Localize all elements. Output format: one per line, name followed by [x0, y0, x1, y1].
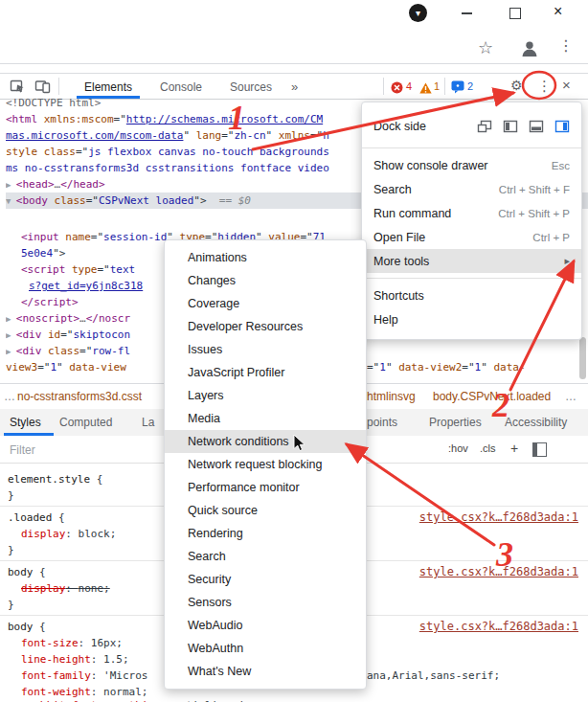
menu-item-shortcut: Ctrl + Shift + P	[498, 208, 570, 219]
submenu-item[interactable]: Quick source	[165, 499, 366, 522]
menu-separator	[362, 278, 581, 279]
submenu-item[interactable]: Developer Resources	[165, 315, 366, 338]
menu-item[interactable]: Search Ctrl + Shift + F	[362, 177, 581, 201]
submenu-arrow-icon: ▸	[564, 255, 570, 267]
stylesheet-link[interactable]: style.csx?k…f268d3ada:1	[419, 510, 578, 526]
menu-item-label: Show console drawer	[373, 159, 488, 172]
stylesheet-link[interactable]: style.csx?k…f268d3ada:1	[419, 564, 578, 580]
menu-item[interactable]: Show console drawer Esc	[362, 153, 581, 177]
undock-icon[interactable]	[477, 120, 492, 133]
menu-item-shortcut: Esc	[552, 160, 570, 171]
submenu-item[interactable]: Rendering	[165, 522, 366, 545]
menu-item-label: Open File	[373, 231, 425, 244]
menu-shortcut-group: Show console drawer Esc Search Ctrl + Sh…	[362, 153, 581, 249]
dock-icons	[477, 120, 570, 133]
menu-item-dock-side[interactable]: Dock side	[362, 110, 581, 143]
menu-item-label: Dock side	[373, 120, 426, 133]
submenu-item[interactable]: Changes	[165, 269, 366, 292]
menu-item-shortcut: Ctrl + P	[532, 232, 570, 243]
submenu-item[interactable]: Network request blocking	[165, 453, 366, 476]
submenu-item[interactable]: Layers	[165, 384, 366, 407]
menu-item-label: Run command	[373, 207, 451, 220]
stylesheet-link[interactable]: style.csx?k…f268d3ada:1	[419, 619, 578, 635]
submenu-item[interactable]: Animations	[165, 246, 366, 269]
submenu-item[interactable]: Performance monitor	[165, 476, 366, 499]
menu-item-label: More tools	[373, 255, 429, 268]
menu-item-help[interactable]: Help	[362, 307, 581, 331]
submenu-item[interactable]: JavaScript Profiler	[165, 361, 366, 384]
menu-item-shortcuts[interactable]: Shortcuts	[362, 283, 581, 307]
submenu-item[interactable]: What's New	[165, 660, 366, 683]
submenu-item[interactable]: WebAudio	[165, 614, 366, 637]
screen: ▾ × ☆ ⋮ Elements	[0, 0, 588, 702]
submenu-item[interactable]: Network conditions	[165, 430, 366, 453]
dock-left-icon[interactable]	[503, 120, 518, 133]
devtools-main-menu: Dock side	[361, 102, 582, 340]
submenu-item[interactable]: Search	[165, 545, 366, 568]
menu-item-more-tools[interactable]: More tools ▸	[362, 249, 581, 273]
submenu-item[interactable]: WebAuthn	[165, 637, 366, 660]
menu-item-label: Search	[373, 183, 412, 196]
submenu-item[interactable]: Security	[165, 568, 366, 591]
dock-bottom-icon[interactable]	[529, 120, 544, 133]
menu-item-label: Help	[373, 313, 398, 327]
menu-item[interactable]: Open File Ctrl + P	[362, 225, 581, 249]
menu-item[interactable]: Run command Ctrl + Shift + P	[362, 201, 581, 225]
submenu-item[interactable]: Sensors	[165, 591, 366, 614]
dock-right-icon-selected[interactable]	[554, 120, 570, 133]
submenu-item[interactable]: Coverage	[165, 292, 366, 315]
menu-item-label: Shortcuts	[373, 289, 424, 303]
submenu-item[interactable]: Issues	[165, 338, 366, 361]
more-tools-submenu: AnimationsChangesCoverageDeveloper Resou…	[164, 239, 367, 690]
submenu-item[interactable]: Media	[165, 407, 366, 430]
menu-item-shortcut: Ctrl + Shift + F	[499, 184, 570, 195]
menu-separator	[362, 147, 581, 148]
